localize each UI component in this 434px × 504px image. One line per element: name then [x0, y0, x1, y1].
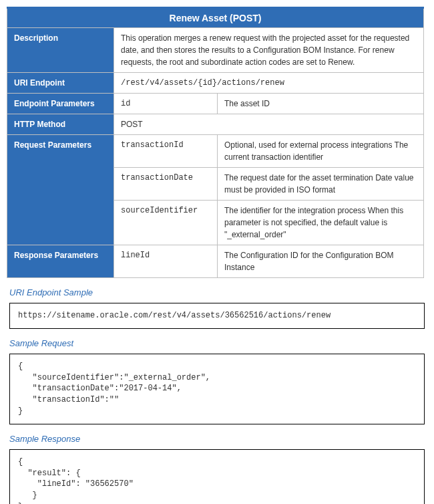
row-label-uri-endpoint: URI Endpoint — [7, 73, 114, 94]
row-label-description: Description — [7, 28, 114, 73]
table-title: Renew Asset (POST) — [7, 8, 424, 28]
row-label-endpoint-params: Endpoint Parameters — [7, 94, 114, 114]
row-label-response-params: Response Parameters — [7, 245, 114, 278]
code-sample-response: { "result": { "lineId": "36562570" } } — [9, 449, 425, 504]
response-param-desc: The Configuration ID for the Configurati… — [218, 245, 424, 278]
request-param-name-2: sourceIdentifier — [114, 201, 218, 245]
endpoint-param-desc: The asset ID — [218, 94, 424, 114]
uri-endpoint-value: /rest/v4/assets/{id}/actions/renew — [114, 73, 424, 94]
api-definition-table: Renew Asset (POST) Description This oper… — [7, 7, 424, 278]
request-param-name-0: transactionId — [114, 135, 218, 168]
response-param-name: lineId — [114, 245, 218, 278]
request-param-name-1: transactionDate — [114, 168, 218, 201]
heading-sample-request: Sample Request — [9, 338, 427, 348]
heading-sample-response: Sample Response — [9, 434, 427, 444]
row-label-http-method: HTTP Method — [7, 114, 114, 135]
code-sample-request: { "sourceIdentifier":"_external_order", … — [9, 354, 425, 424]
heading-uri-endpoint-sample: URI Endpoint Sample — [9, 287, 427, 297]
request-param-desc-0: Optional, used for external process inte… — [218, 135, 424, 168]
request-param-desc-1: The request date for the asset terminati… — [218, 168, 424, 201]
request-param-desc-2: The identifier for the integration proce… — [218, 201, 424, 245]
row-label-request-params: Request Parameters — [7, 135, 114, 245]
description-content: This operation merges a renew request wi… — [114, 28, 424, 73]
endpoint-param-name: id — [114, 94, 218, 114]
code-uri-endpoint-sample: https://sitename.oracle.com/rest/v4/asse… — [9, 303, 425, 329]
http-method-value: POST — [114, 114, 424, 135]
